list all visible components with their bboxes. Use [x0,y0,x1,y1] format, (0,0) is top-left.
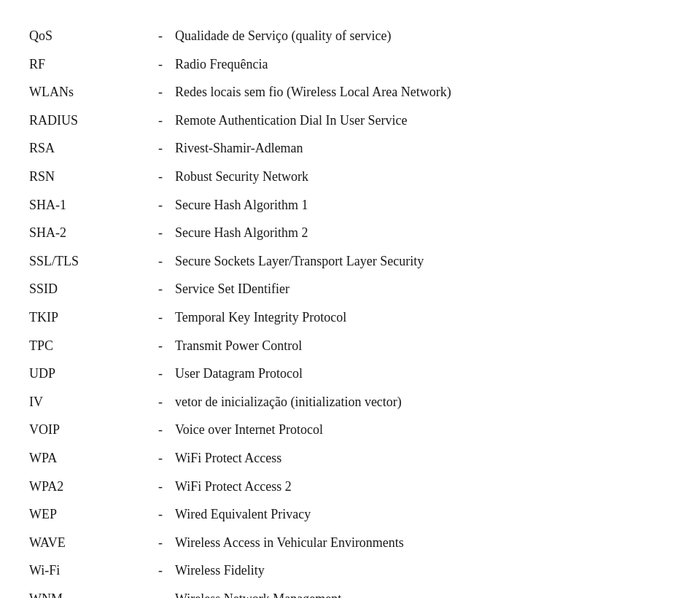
abbreviation-cell: VOIP [29,416,146,444]
definition-cell: Radio Frequência [175,50,671,79]
dash-cell: - [146,529,175,557]
definition-cell: Service Set IDentifier [175,275,671,303]
abbreviation-cell: IV [29,388,146,416]
dash-cell: - [146,78,175,106]
abbreviation-cell: QoS [29,22,146,50]
abbreviation-cell: RSA [29,134,146,163]
table-row: RADIUS-Remote Authentication Dial In Use… [29,106,671,135]
table-row: WLANs-Redes locais sem fio (Wireless Loc… [29,78,671,106]
table-row: WAVE-Wireless Access in Vehicular Enviro… [29,529,671,557]
dash-cell: - [146,500,175,529]
dash-cell: - [146,50,175,79]
definition-cell: WiFi Protect Access 2 [175,473,671,501]
definition-cell: Robust Security Network [175,163,671,191]
table-row: IV-vetor de inicialização (initializatio… [29,388,671,416]
abbreviation-cell: RSN [29,163,146,191]
abbreviation-cell: WEP [29,500,146,529]
table-row: RSA-Rivest-Shamir-Adleman [29,134,671,163]
table-row: TKIP-Temporal Key Integrity Protocol [29,303,671,332]
dash-cell: - [146,22,175,50]
definition-cell: Rivest-Shamir-Adleman [175,134,671,163]
abbreviation-cell: SHA-2 [29,219,146,247]
dash-cell: - [146,219,175,247]
table-row: UDP-User Datagram Protocol [29,360,671,388]
table-row: SHA-2-Secure Hash Algorithm 2 [29,219,671,247]
table-row: RSN-Robust Security Network [29,163,671,191]
definition-cell: Wireless Access in Vehicular Environment… [175,529,671,557]
table-row: WPA2-WiFi Protect Access 2 [29,473,671,501]
table-row: SHA-1-Secure Hash Algorithm 1 [29,191,671,220]
abbreviation-cell: SHA-1 [29,191,146,220]
abbreviation-cell: WLANs [29,78,146,106]
definition-cell: Temporal Key Integrity Protocol [175,303,671,332]
dash-cell: - [146,444,175,473]
dash-cell: - [146,360,175,388]
definition-cell: Transmit Power Control [175,332,671,360]
abbreviation-cell: WPA [29,444,146,473]
definition-cell: Wireless Fidelity [175,556,671,585]
dash-cell: - [146,191,175,220]
abbreviation-cell: RADIUS [29,106,146,135]
abbreviation-cell: RF [29,50,146,79]
definition-cell: Voice over Internet Protocol [175,416,671,444]
definition-cell: User Datagram Protocol [175,360,671,388]
abbreviation-cell: TPC [29,332,146,360]
table-row: WEP-Wired Equivalent Privacy [29,500,671,529]
dash-cell: - [146,275,175,303]
table-row: RF-Radio Frequência [29,50,671,79]
definition-cell: Secure Hash Algorithm 2 [175,219,671,247]
abbreviation-cell: Wi-Fi [29,556,146,585]
dash-cell: - [146,303,175,332]
abbreviation-cell: UDP [29,360,146,388]
table-row: SSID-Service Set IDentifier [29,275,671,303]
definition-cell: Redes locais sem fio (Wireless Local Are… [175,78,671,106]
table-row: TPC-Transmit Power Control [29,332,671,360]
abbreviation-cell: SSL/TLS [29,247,146,276]
glossary-table: QoS-Qualidade de Serviço (quality of ser… [29,22,671,598]
definition-cell: WiFi Protect Access [175,444,671,473]
abbreviation-cell: SSID [29,275,146,303]
table-row: Wi-Fi-Wireless Fidelity [29,556,671,585]
dash-cell: - [146,416,175,444]
definition-cell: Secure Sockets Layer/Transport Layer Sec… [175,247,671,276]
abbreviation-cell: WNM [29,585,146,598]
definition-cell: vetor de inicialização (initialization v… [175,388,671,416]
dash-cell: - [146,163,175,191]
dash-cell: - [146,585,175,598]
definition-cell: Remote Authentication Dial In User Servi… [175,106,671,135]
dash-cell: - [146,332,175,360]
table-row: WNM-Wireless Network Management [29,585,671,598]
abbreviation-cell: TKIP [29,303,146,332]
abbreviation-cell: WPA2 [29,473,146,501]
dash-cell: - [146,388,175,416]
table-row: QoS-Qualidade de Serviço (quality of ser… [29,22,671,50]
definition-cell: Qualidade de Serviço (quality of service… [175,22,671,50]
abbreviation-cell: WAVE [29,529,146,557]
dash-cell: - [146,106,175,135]
table-row: VOIP-Voice over Internet Protocol [29,416,671,444]
definition-cell: Wired Equivalent Privacy [175,500,671,529]
definition-cell: Secure Hash Algorithm 1 [175,191,671,220]
definition-cell: Wireless Network Management [175,585,671,598]
table-row: SSL/TLS-Secure Sockets Layer/Transport L… [29,247,671,276]
dash-cell: - [146,247,175,276]
dash-cell: - [146,134,175,163]
dash-cell: - [146,556,175,585]
table-row: WPA-WiFi Protect Access [29,444,671,473]
dash-cell: - [146,473,175,501]
